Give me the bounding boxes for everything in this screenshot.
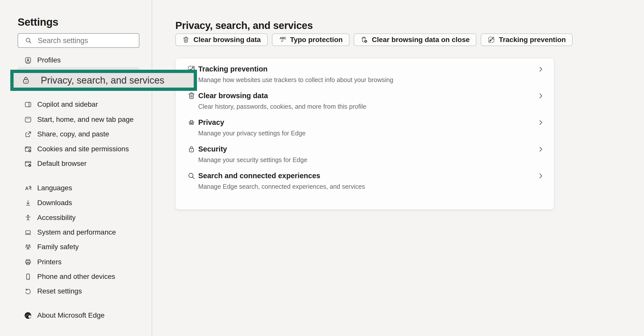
- search-icon: [187, 172, 196, 180]
- highlight-annotation: Privacy, search, and services: [10, 70, 197, 91]
- sidebar-item-label: Phone and other devices: [37, 273, 115, 281]
- languages-icon: [24, 184, 32, 192]
- button-label: Typo protection: [290, 36, 343, 44]
- phone-icon: [24, 273, 32, 281]
- sidebar-item-cookies-site-permissions[interactable]: Cookies and site permissions: [18, 143, 139, 155]
- sidebar-item-share-copy-paste[interactable]: Share, copy, and paste: [18, 128, 139, 140]
- trash-close-icon: [360, 36, 368, 44]
- trash-icon: [182, 36, 190, 44]
- svg-text:ABC: ABC: [279, 36, 286, 40]
- trash-icon: [187, 92, 196, 100]
- chevron-right-icon: [537, 119, 544, 127]
- row-privacy[interactable]: Privacy Manage your privacy settings for…: [176, 114, 554, 141]
- settings-sidebar: Settings Profiles Copilot and sidebar St…: [0, 0, 152, 336]
- sidebar-item-printers[interactable]: Printers: [18, 256, 139, 268]
- button-label: Clear browsing data: [193, 36, 261, 44]
- new-tab-page-icon: [24, 116, 32, 124]
- profiles-icon: [24, 56, 32, 64]
- sidebar-item-label: Profiles: [37, 56, 61, 64]
- row-description: Manage your security settings for Edge: [198, 156, 307, 164]
- row-title: Clear browsing data: [198, 91, 366, 100]
- button-label: Clear browsing data on close: [372, 36, 470, 44]
- sidebar-item-family-safety[interactable]: Family safety: [18, 241, 139, 253]
- accessibility-icon: [24, 214, 32, 222]
- chevron-right-icon: [537, 92, 544, 101]
- laptop-icon: [24, 228, 32, 236]
- clear-browsing-data-on-close-button[interactable]: Clear browsing data on close: [354, 33, 476, 46]
- chevron-right-icon: [537, 172, 544, 181]
- sidebar-item-label: Share, copy, and paste: [37, 130, 109, 138]
- typo-protection-button[interactable]: ABC Typo protection: [272, 33, 349, 46]
- row-clear-browsing-data[interactable]: Clear browsing data Clear history, passw…: [176, 87, 554, 114]
- family-icon: [24, 243, 32, 251]
- sidebar-item-about-edge[interactable]: About Microsoft Edge: [18, 309, 139, 321]
- sidebar-item-label: Default browser: [37, 160, 87, 168]
- row-title: Search and connected experiences: [198, 171, 365, 180]
- row-description: Manage Edge search, connected experience…: [198, 183, 365, 190]
- row-title: Tracking prevention: [198, 64, 393, 73]
- sidebar-item-label: Copilot and sidebar: [37, 100, 98, 108]
- sidebar-item-copilot-and-sidebar[interactable]: Copilot and sidebar: [18, 98, 139, 110]
- sidebar-item-label: Start, home, and new tab page: [37, 116, 134, 124]
- privacy-settings-card: Tracking prevention Manage how websites …: [175, 58, 554, 210]
- sidebar-title: Settings: [18, 16, 58, 28]
- clear-browsing-data-button[interactable]: Clear browsing data: [175, 33, 268, 46]
- default-browser-icon: [24, 160, 32, 168]
- sidebar-item-default-browser[interactable]: Default browser: [18, 158, 139, 170]
- sidebar-item-languages[interactable]: Languages: [18, 182, 139, 194]
- sidebar-layout-icon: [24, 100, 32, 108]
- search-settings-input[interactable]: [38, 36, 133, 45]
- sidebar-item-system-performance[interactable]: System and performance: [18, 226, 139, 238]
- sidebar-item-profiles[interactable]: Profiles: [18, 54, 139, 66]
- sidebar-item-label: Reset settings: [37, 287, 82, 295]
- chevron-right-icon: [537, 145, 544, 154]
- sidebar-item-label: Printers: [37, 258, 61, 266]
- toolbar: Clear browsing data ABC Typo protection …: [175, 33, 573, 46]
- reset-icon: [24, 287, 32, 295]
- button-label: Tracking prevention: [499, 36, 566, 44]
- annotation-label: Privacy, search, and services: [41, 75, 164, 86]
- sidebar-item-reset-settings[interactable]: Reset settings: [18, 285, 139, 297]
- row-security[interactable]: Security Manage your security settings f…: [176, 141, 554, 167]
- sidebar-item-label: Downloads: [37, 199, 72, 207]
- edge-logo-icon: [24, 311, 32, 319]
- sidebar-item-label: Family safety: [37, 243, 79, 251]
- search-icon: [25, 37, 32, 44]
- share-icon: [24, 130, 32, 138]
- row-search-connected-experiences[interactable]: Search and connected experiences Manage …: [176, 167, 554, 194]
- sidebar-item-downloads[interactable]: Downloads: [18, 197, 139, 209]
- chevron-right-icon: [537, 65, 544, 74]
- sidebar-item-start-home-new-tab[interactable]: Start, home, and new tab page: [18, 114, 139, 126]
- sidebar-item-label: Cookies and site permissions: [37, 145, 129, 153]
- page-title: Privacy, search, and services: [175, 20, 313, 31]
- tracking-prevention-icon: [488, 36, 495, 44]
- lock-icon: [187, 145, 196, 154]
- row-tracking-prevention[interactable]: Tracking prevention Manage how websites …: [176, 61, 554, 87]
- sidebar-item-accessibility[interactable]: Accessibility: [18, 212, 139, 224]
- row-title: Privacy: [198, 118, 306, 127]
- row-description: Clear history, passwords, cookies, and m…: [198, 103, 366, 110]
- tracking-prevention-button[interactable]: Tracking prevention: [481, 33, 573, 46]
- incognito-icon: [187, 118, 196, 127]
- sidebar-item-label: About Microsoft Edge: [37, 311, 105, 319]
- sidebar-item-label: Languages: [37, 184, 72, 192]
- download-icon: [24, 199, 32, 207]
- sidebar-item-label: System and performance: [37, 228, 116, 236]
- row-description: Manage how websites use trackers to coll…: [198, 76, 393, 84]
- search-settings-box[interactable]: [18, 33, 139, 48]
- main-content: Privacy, search, and services Clear brow…: [152, 0, 644, 336]
- printer-icon: [24, 258, 32, 266]
- row-title: Security: [198, 144, 307, 154]
- row-description: Manage your privacy settings for Edge: [198, 129, 306, 137]
- lock-icon: [21, 75, 31, 86]
- sidebar-item-phone-other-devices[interactable]: Phone and other devices: [18, 271, 139, 283]
- abc-check-icon: ABC: [279, 36, 286, 44]
- sidebar-item-label: Accessibility: [37, 214, 75, 222]
- site-permissions-icon: [24, 145, 32, 153]
